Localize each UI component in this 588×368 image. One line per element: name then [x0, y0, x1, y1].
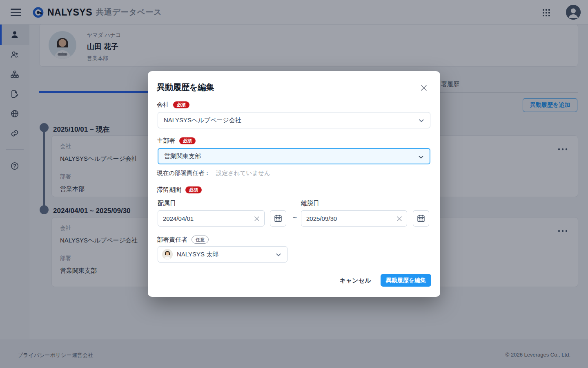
- start-date-field: [158, 210, 265, 227]
- main-department-label: 主部署: [157, 137, 175, 145]
- end-date-field: [301, 210, 407, 227]
- cancel-button[interactable]: キャンセル: [335, 274, 376, 287]
- main-department-label-row: 主部署 必須: [157, 137, 196, 145]
- manager-select[interactable]: NALYSYS 太郎: [158, 246, 287, 263]
- close-icon[interactable]: [420, 83, 429, 92]
- required-badge: 必須: [179, 137, 196, 144]
- manager-select-value: NALYSYS 太郎: [177, 251, 218, 258]
- current-manager-helper: 現在の部署責任者： 設定されていません: [157, 169, 270, 177]
- submit-button[interactable]: 異動履歴を編集: [381, 274, 431, 287]
- period-separator: ~: [289, 213, 301, 222]
- end-date-label: 離脱日: [301, 200, 319, 207]
- edit-history-modal: 異動履歴を編集 会社 必須 NALYSYSヘルプページ会社 主部署 必須 営業関…: [148, 71, 440, 297]
- required-badge: 必須: [185, 186, 202, 193]
- manager-avatar: [162, 249, 173, 260]
- clear-icon[interactable]: [253, 215, 261, 222]
- end-date-input[interactable]: [301, 211, 407, 226]
- manager-label: 部署責任者: [157, 236, 187, 244]
- manager-label-row: 部署責任者 任意: [157, 236, 209, 244]
- current-manager-value: 設定されていません: [216, 170, 270, 176]
- start-date-input[interactable]: [158, 211, 264, 226]
- company-select-value: NALYSYSヘルプページ会社: [164, 117, 241, 124]
- chevron-down-icon: [275, 251, 282, 258]
- modal-title: 異動履歴を編集: [157, 82, 214, 93]
- main-department-select[interactable]: 営業関東支部: [158, 148, 430, 164]
- main-department-select-value: 営業関東支部: [164, 153, 201, 160]
- period-label-row: 滞留期間 必須: [157, 186, 202, 194]
- chevron-down-icon: [418, 117, 425, 124]
- optional-badge: 任意: [192, 236, 209, 244]
- start-date-label: 配属日: [158, 200, 176, 207]
- calendar-icon[interactable]: [413, 210, 429, 227]
- chevron-down-icon: [418, 154, 424, 160]
- current-manager-label: 現在の部署責任者：: [157, 170, 210, 176]
- period-label: 滞留期間: [157, 186, 181, 194]
- clear-icon[interactable]: [396, 215, 403, 222]
- company-select[interactable]: NALYSYSヘルプページ会社: [158, 112, 430, 128]
- required-badge: 必須: [173, 101, 189, 108]
- calendar-icon[interactable]: [270, 210, 286, 227]
- company-field-label-row: 会社 必須: [157, 101, 189, 109]
- company-field-label: 会社: [157, 101, 169, 109]
